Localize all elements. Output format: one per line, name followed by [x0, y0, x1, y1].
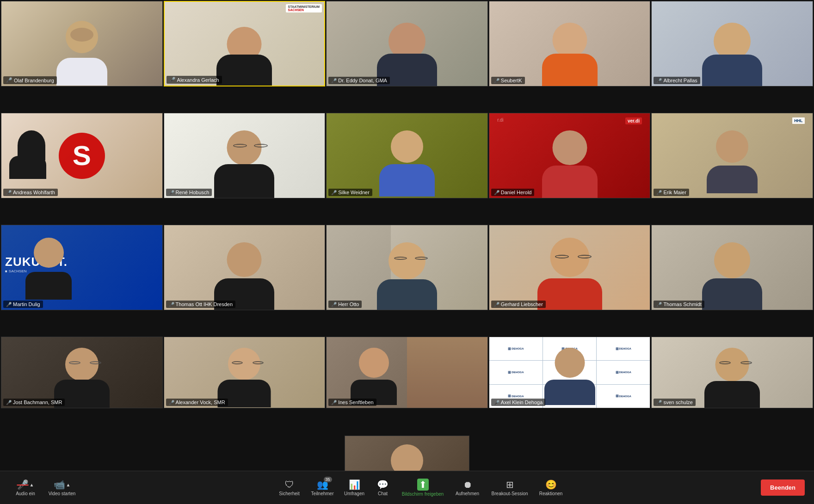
name-tag-13: 🎤 Herr Otto — [328, 301, 362, 308]
mic-icon-12: 🎤 — [169, 302, 174, 307]
name-tag-14: 🎤 Gerhard Liebscher — [491, 301, 546, 308]
mic-icon-9: 🎤 — [494, 190, 500, 195]
name-tag-6: 🎤 Andreas Wohlfarth — [3, 189, 58, 196]
name-tag-10: 🎤 Erik Maier — [654, 189, 689, 196]
name-tag-15: 🎤 Thomas Schmidt — [654, 301, 704, 308]
name-tag-1: 🎤 Olaf Brandenburg — [3, 76, 57, 84]
mic-icon-7: 🎤 — [169, 190, 174, 195]
security-button[interactable]: 🛡 Sicherheit — [274, 478, 304, 498]
video-tile-5[interactable]: 🎤 Albrecht Pallas — [651, 1, 813, 86]
mic-icon-3: 🎤 — [331, 78, 337, 83]
name-tag-4: 🎤 SeubertK — [491, 77, 525, 84]
mic-icon-6: 🎤 — [6, 190, 12, 195]
name-tag-19: 🎤 Axel Klein Dehoga — [491, 399, 546, 406]
video-tile-13[interactable]: 🎤 Herr Otto — [326, 225, 488, 310]
polls-icon: 📊 — [349, 479, 360, 490]
video-button[interactable]: 📹 ▲ Video starten — [43, 477, 80, 498]
video-tile-9[interactable]: ver.di r.di 🎤 Daniel Herold — [489, 113, 651, 198]
mic-icon-13: 🎤 — [331, 302, 337, 307]
video-tile-11[interactable]: ZUKUNFT. ■SACHSEN 🎤 Martin Dulig — [1, 225, 163, 310]
video-tile-8[interactable]: 🎤 Silke Weidner — [326, 113, 488, 198]
breakout-icon: ⊞ — [506, 479, 514, 490]
breakout-button[interactable]: ⊞ Breakout-Session — [487, 477, 533, 498]
video-tile-17[interactable]: 🎤 Alexander Vock, SMR — [164, 337, 326, 408]
name-tag-9: 🎤 Daniel Herold — [491, 189, 535, 196]
mic-icon-10: 🎤 — [656, 190, 662, 195]
video-grid: 🎤 Olaf Brandenburg STAATMINISTERIUMSACHS… — [0, 0, 814, 435]
name-tag-20: 🎤 sven schulze — [654, 399, 696, 406]
mic-icon-2: 🎤 — [169, 77, 176, 83]
name-tag-3: 🎤 Dr. Eddy Donat, GMA — [328, 77, 390, 84]
mic-icon-15: 🎤 — [656, 302, 662, 307]
name-tag-11: 🎤 Martin Dulig — [3, 301, 43, 308]
video-tile-3[interactable]: 🎤 Dr. Eddy Donat, GMA — [326, 1, 488, 86]
mic-icon-8: 🎤 — [331, 190, 337, 195]
video-tile-7[interactable]: 🎤 René Hobusch — [164, 113, 326, 198]
camera-icon: 📹 — [54, 479, 65, 490]
video-tile-16[interactable]: 🎤 Jost Bachmann, SMR — [1, 337, 163, 408]
mic-icon-16: 🎤 — [6, 400, 12, 405]
end-meeting-button[interactable]: Beenden — [761, 479, 805, 496]
reactions-button[interactable]: 😊 Reaktionen — [535, 477, 567, 498]
chat-icon: 💬 — [377, 479, 388, 490]
mic-icon-17: 🎤 — [169, 400, 174, 405]
video-tile-2[interactable]: STAATMINISTERIUMSACHSEN 🎤 Alexandra Gerl… — [164, 1, 326, 86]
mic-icon-11: 🎤 — [6, 302, 12, 307]
name-tag-16: 🎤 Jost Bachmann, SMR — [3, 399, 65, 406]
video-tile-6[interactable]: S 🎤 Andreas Wohlfarth — [1, 113, 163, 198]
mic-icon-14: 🎤 — [494, 302, 500, 307]
share-screen-icon: ⬆ — [417, 479, 429, 491]
record-icon: ⏺ — [463, 479, 472, 490]
video-tile-19[interactable]: ⊞DEHOGA ⊞DEHOGA ⊞DEHOGA ⊞DEHOGA ⊞DEHOGA — [489, 337, 651, 408]
security-icon: 🛡 — [285, 479, 294, 490]
mic-icon-18: 🎤 — [331, 400, 337, 405]
name-tag-17: 🎤 Alexander Vock, SMR — [166, 399, 228, 406]
record-button[interactable]: ⏺ Aufnehmen — [450, 478, 485, 498]
audio-chevron[interactable]: ▲ — [30, 482, 34, 487]
name-tag-7: 🎤 René Hobusch — [166, 189, 212, 196]
name-tag-5: 🎤 Albrecht Pallas — [654, 77, 700, 84]
polls-button[interactable]: 📊 Umfragen — [340, 477, 368, 498]
audio-button[interactable]: 🎤 ▲ Audio ein — [9, 477, 42, 498]
name-tag-2: 🎤 Alexandra Gerlach — [166, 76, 222, 84]
video-tile-18[interactable]: 🎤 Ines Senftleben — [326, 337, 488, 408]
video-conference-container: 🎤 Olaf Brandenburg STAATMINISTERIUMSACHS… — [0, 0, 814, 504]
video-tile-4[interactable]: 🎤 SeubertK — [489, 1, 651, 86]
mic-icon-5: 🎤 — [656, 78, 662, 83]
share-screen-button[interactable]: ⬆ Bildschirm freigeben — [397, 477, 448, 498]
video-tile-20[interactable]: 🎤 sven schulze — [651, 337, 813, 408]
mic-icon-20: 🎤 — [656, 400, 662, 405]
mic-icon-19: 🎤 — [494, 400, 500, 405]
participants-count-badge: 35 — [324, 477, 332, 482]
video-tile-12[interactable]: 🎤 Thomas Ott IHK Dresden — [164, 225, 326, 310]
chat-button[interactable]: 💬 Chat — [370, 477, 395, 498]
video-chevron[interactable]: ▲ — [66, 482, 71, 487]
video-tile-10[interactable]: HHL 🎤 Erik Maier — [651, 113, 813, 198]
toolbar-right: Beenden — [761, 479, 805, 496]
participants-button[interactable]: 👥 35 Teilnehmer — [306, 477, 339, 498]
name-tag-8: 🎤 Silke Weidner — [328, 189, 372, 196]
mic-icon-4: 🎤 — [494, 78, 500, 83]
video-tile-15[interactable]: 🎤 Thomas Schmidt — [651, 225, 813, 310]
name-tag-18: 🎤 Ines Senftleben — [328, 399, 376, 406]
toolbar-left: 🎤 ▲ Audio ein 📹 ▲ Video starten — [9, 477, 80, 498]
toolbar: 🎤 ▲ Audio ein 📹 ▲ Video starten 🛡 Sicher… — [0, 471, 814, 504]
video-tile-1[interactable]: 🎤 Olaf Brandenburg — [1, 1, 163, 86]
reactions-icon: 😊 — [545, 479, 557, 490]
name-tag-12: 🎤 Thomas Ott IHK Dresden — [166, 301, 236, 308]
mic-icon-1: 🎤 — [6, 77, 12, 83]
video-tile-14[interactable]: 🎤 Gerhard Liebscher — [489, 225, 651, 310]
toolbar-center: 🛡 Sicherheit 👥 35 Teilnehmer 📊 Umfragen … — [80, 477, 761, 498]
mic-muted-icon: 🎤 — [17, 479, 29, 490]
